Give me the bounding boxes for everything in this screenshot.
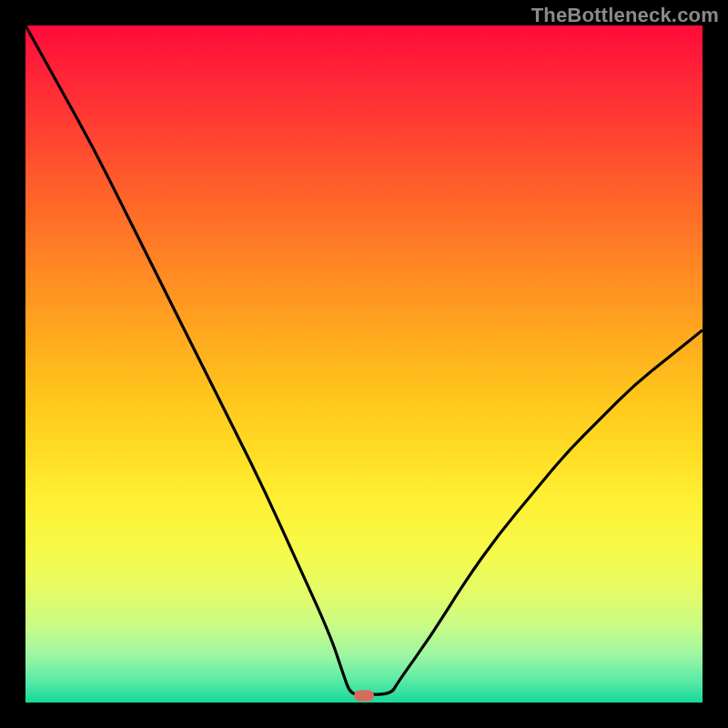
bottleneck-curve <box>25 25 703 694</box>
curve-layer <box>25 25 703 703</box>
chart-frame: TheBottleneck.com <box>0 0 728 728</box>
optimal-marker <box>354 691 374 702</box>
watermark-label: TheBottleneck.com <box>531 4 719 27</box>
